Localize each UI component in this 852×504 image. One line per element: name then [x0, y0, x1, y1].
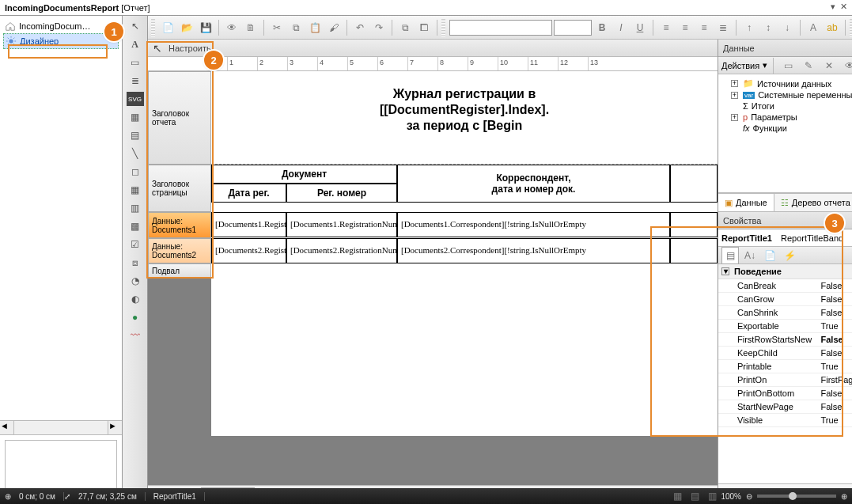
property-row[interactable]: PrintOnBottomFalse	[718, 387, 852, 400]
property-row[interactable]: CanShrinkFalse	[718, 306, 852, 320]
report-period-text[interactable]: за период с [Begin	[211, 119, 718, 133]
zip-tool-icon[interactable]: ⧈	[127, 256, 144, 270]
col-header-date[interactable]: Дата рег.	[211, 184, 286, 203]
data2-correspondent-cell[interactable]: [Documents2.Correspondent][!string.IsNul…	[397, 238, 670, 263]
col-header-regnum[interactable]: Рег. номер	[286, 184, 397, 203]
data1-date-cell[interactable]: [Documents1.RegistrationD	[211, 212, 286, 237]
highlight-icon[interactable]: ab	[824, 19, 841, 36]
sparkline-tool-icon[interactable]: 〰	[127, 328, 144, 343]
font-family-combo[interactable]	[449, 20, 552, 36]
report-index-text[interactable]: [[DocumentRegister].Index].	[211, 103, 718, 117]
data-delete-icon[interactable]: ✕	[820, 57, 838, 74]
barcode-tool-icon[interactable]: ▥	[127, 201, 144, 215]
underline-icon[interactable]: U	[631, 19, 649, 36]
checkbox-tool-icon[interactable]: ☑	[127, 237, 144, 252]
format-painter-icon[interactable]: 🖌	[325, 19, 343, 36]
new-icon[interactable]: 📄	[159, 19, 176, 36]
left-horizontal-scrollbar[interactable]: ◄►	[0, 420, 122, 434]
align-justify-icon[interactable]: ≣	[714, 19, 732, 36]
font-size-combo[interactable]	[554, 20, 592, 36]
data-tree[interactable]: +📁Источники данных +varСистемные перемен…	[718, 74, 852, 193]
band-label-data1[interactable]: Данные: Documents1	[148, 212, 211, 238]
prop-categorized-icon[interactable]: ▤	[721, 247, 739, 264]
tree-designer[interactable]: Дизайнер	[3, 33, 119, 49]
line-tool-icon[interactable]: ╲	[127, 146, 144, 161]
valign-middle-icon[interactable]: ↕	[759, 19, 777, 36]
page-setup-icon[interactable]: 🗎	[242, 19, 259, 36]
svg-tool-icon[interactable]: SVG	[127, 92, 144, 106]
map-tool-icon[interactable]: ●	[127, 310, 144, 324]
pointer-icon[interactable]: ↖	[153, 42, 162, 55]
band-label-page-header[interactable]: Заголовок страницы	[148, 165, 211, 212]
property-row[interactable]: KeepChildFalse	[718, 347, 852, 360]
data1-correspondent-cell[interactable]: [Documents1.Correspondent][!string.IsNul…	[397, 212, 670, 237]
close-icon[interactable]: ✕	[840, 2, 847, 12]
tree-root-report[interactable]: IncomingDocum…	[3, 19, 119, 33]
font-color-icon[interactable]: A	[805, 19, 822, 36]
col-header-document[interactable]: Документ	[211, 165, 397, 184]
grid-icon[interactable]: ▦	[668, 487, 686, 504]
configure-bands-button[interactable]: Настроить	[169, 44, 211, 53]
dock-tab-report-tree[interactable]: ☷Дерево отчета	[774, 194, 852, 211]
actions-dropdown[interactable]: Действия	[721, 61, 759, 70]
report-title-text[interactable]: Журнал регистрации в	[211, 87, 718, 101]
zoom-out-icon[interactable]: ⊖	[746, 492, 752, 501]
valign-top-icon[interactable]: ↑	[740, 19, 758, 36]
band-label-report-title[interactable]: Заголовок отчета	[148, 71, 211, 165]
toolbar-grip-icon[interactable]	[441, 19, 445, 36]
minimize-tool-icon[interactable]: ▾	[831, 2, 835, 12]
pointer-tool-icon[interactable]: ↖	[127, 19, 144, 33]
property-row[interactable]: StartNewPageFalse	[718, 400, 852, 414]
guides-icon[interactable]: ▤	[686, 487, 703, 504]
data2-regnum-cell[interactable]: [Documents2.RegistrationNumber]	[286, 238, 397, 263]
subreport-tool-icon[interactable]: ▦	[127, 110, 144, 124]
data2-date-cell[interactable]: [Documents2.RegistrationD	[211, 238, 286, 263]
property-row[interactable]: ExportableTrue	[718, 320, 852, 333]
table-tool-icon[interactable]: ▤	[127, 128, 144, 142]
prop-events-icon[interactable]: ⚡	[781, 247, 798, 264]
property-grid[interactable]: ▾Поведение CanBreakFalseCanGrowFalseCanS…	[718, 264, 852, 483]
data-edit-icon[interactable]: ✎	[800, 57, 817, 74]
zoom-control[interactable]: 100% ⊖ ⊕	[721, 492, 847, 501]
undo-icon[interactable]: ↶	[351, 19, 369, 36]
align-center-icon[interactable]: ≡	[676, 19, 694, 36]
col-header-extra[interactable]	[670, 165, 718, 203]
valign-bottom-icon[interactable]: ↓	[778, 19, 796, 36]
data2-extra-cell[interactable]	[670, 238, 718, 263]
text-tool-icon[interactable]: A	[127, 37, 144, 51]
copy-icon[interactable]: ⧉	[287, 19, 305, 36]
data-new-icon[interactable]: ▭	[779, 57, 797, 74]
shape-tool-icon[interactable]: ◻	[127, 165, 144, 179]
align-right-icon[interactable]: ≡	[695, 19, 713, 36]
property-row[interactable]: VisibleTrue	[718, 414, 852, 427]
group-icon[interactable]: ⧉	[396, 19, 414, 36]
prop-alphabetical-icon[interactable]: A↓	[741, 247, 759, 264]
property-row[interactable]: PrintableTrue	[718, 360, 852, 373]
redo-icon[interactable]: ↷	[370, 19, 388, 36]
richtext-tool-icon[interactable]: ≣	[127, 74, 144, 88]
cellular-tool-icon[interactable]: ▩	[127, 219, 144, 233]
dock-tab-data[interactable]: ▣Данные	[718, 194, 774, 211]
prop-pages-icon[interactable]: 📄	[761, 247, 778, 264]
chevron-down-icon[interactable]: ▾	[763, 60, 767, 70]
bold-icon[interactable]: B	[593, 19, 611, 36]
report-page[interactable]: Журнал регистрации в [[DocumentRegister]…	[211, 71, 718, 436]
band-label-data2[interactable]: Данные: Documents2	[148, 238, 211, 263]
open-icon[interactable]: 📂	[178, 19, 195, 36]
preview-icon[interactable]: 👁	[223, 19, 240, 36]
data1-extra-cell[interactable]	[670, 212, 718, 237]
toolbar-grip-icon[interactable]	[151, 19, 155, 36]
picture-tool-icon[interactable]: ▭	[127, 55, 144, 70]
gauge-tool-icon[interactable]: ◐	[127, 292, 144, 306]
cut-icon[interactable]: ✂	[268, 19, 286, 36]
save-icon[interactable]: 💾	[197, 19, 214, 36]
paste-icon[interactable]: 📋	[306, 19, 324, 36]
property-row[interactable]: FirstRowStartsNewFalse	[718, 333, 852, 347]
data-view-icon[interactable]: 👁	[841, 57, 852, 74]
chart-tool-icon[interactable]: ◔	[127, 274, 144, 288]
property-row[interactable]: CanGrowFalse	[718, 293, 852, 306]
col-header-correspondent[interactable]: Корреспондент,дата и номер док.	[397, 165, 670, 203]
matrix-tool-icon[interactable]: ▦	[127, 183, 144, 197]
band-label-footer[interactable]: Подвал	[148, 263, 211, 278]
data1-regnum-cell[interactable]: [Documents1.RegistrationNumber]	[286, 212, 397, 237]
